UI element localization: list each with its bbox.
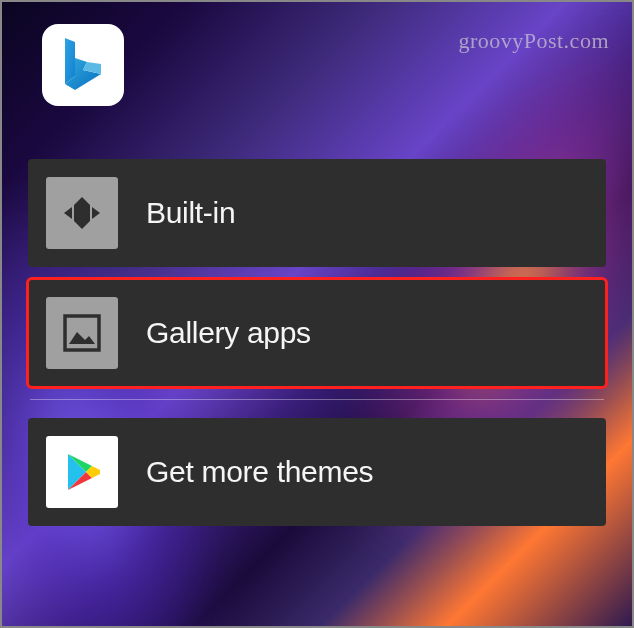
svg-rect-0 <box>65 316 99 350</box>
menu-label-get-more-themes: Get more themes <box>146 455 373 489</box>
menu-label-gallery-apps: Gallery apps <box>146 316 311 350</box>
menu-item-get-more-themes[interactable]: Get more themes <box>28 418 606 526</box>
menu-divider <box>30 399 604 400</box>
bing-icon <box>57 34 109 96</box>
gallery-icon-box <box>46 297 118 369</box>
built-in-icon <box>60 191 104 235</box>
menu-label-built-in: Built-in <box>146 196 235 230</box>
watermark-text: groovyPost.com <box>458 28 609 54</box>
bing-app-icon[interactable] <box>42 24 124 106</box>
play-store-icon-box <box>46 436 118 508</box>
theme-source-menu: Built-in Gallery apps Get more themes <box>28 159 606 538</box>
play-store-icon <box>58 448 106 496</box>
built-in-icon-box <box>46 177 118 249</box>
menu-item-gallery-apps[interactable]: Gallery apps <box>28 279 606 387</box>
menu-item-built-in[interactable]: Built-in <box>28 159 606 267</box>
gallery-icon <box>59 310 105 356</box>
